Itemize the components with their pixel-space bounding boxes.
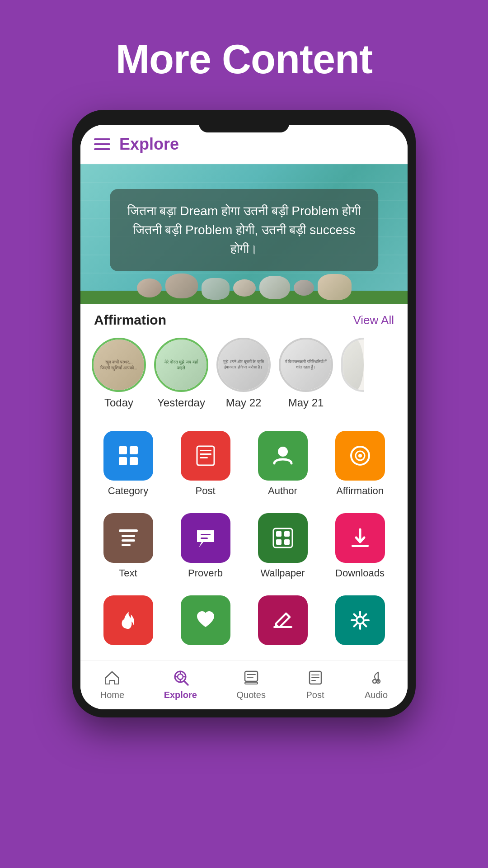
explore-nav-label: Explore	[164, 690, 197, 700]
wallpaper-icon	[258, 513, 308, 563]
text-label: Text	[119, 567, 137, 579]
category-label: Category	[108, 485, 148, 497]
affirmation-label-may21: May 21	[288, 396, 324, 409]
text-icon	[103, 513, 153, 563]
affirmation-header: Affirmation View All	[80, 304, 408, 333]
view-all-button[interactable]: View All	[353, 313, 394, 327]
bottom-nav: Home Explore	[80, 660, 408, 709]
phone-notch-area	[80, 118, 408, 125]
post-nav-icon	[305, 668, 325, 688]
affirmation-list: खुद कभी पत्थर...जिंदगी खुशियाँ आपको... T…	[80, 333, 408, 418]
post-nav-label: Post	[306, 690, 324, 700]
quotes-nav-label: Quotes	[237, 690, 266, 700]
svg-rect-4	[197, 446, 214, 465]
menu-item-downloads[interactable]: Downloads	[321, 505, 399, 587]
affirmation-circle-may-old	[341, 338, 364, 392]
fire-icon	[103, 595, 153, 645]
svg-rect-7	[200, 457, 208, 458]
app-header-title: Explore	[119, 135, 179, 154]
affirmation-item-today[interactable]: खुद कभी पत्थर...जिंदगी खुशियाँ आपको... T…	[92, 338, 146, 409]
nav-item-post[interactable]: Post	[305, 668, 325, 700]
stones-decoration	[80, 268, 408, 304]
svg-rect-1	[130, 446, 138, 454]
svg-rect-33	[245, 671, 258, 681]
menu-item-author[interactable]: Author	[244, 423, 321, 505]
svg-rect-3	[130, 457, 138, 465]
edit-icon	[258, 595, 308, 645]
affirmation-label-may22: May 22	[226, 396, 262, 409]
category-icon	[103, 431, 153, 481]
nav-item-explore[interactable]: Explore	[164, 668, 197, 700]
svg-rect-34	[245, 682, 258, 684]
svg-rect-19	[276, 531, 282, 537]
page-title: More Content	[116, 36, 372, 83]
menu-item-wallpaper[interactable]: Wallpaper	[244, 505, 321, 587]
menu-item-category[interactable]: Category	[89, 423, 167, 505]
svg-rect-21	[276, 539, 282, 545]
menu-item-settings[interactable]	[321, 587, 399, 653]
phone-notch	[199, 118, 289, 132]
nav-item-quotes[interactable]: Quotes	[237, 668, 266, 700]
menu-item-edit[interactable]	[244, 587, 321, 653]
affirmation-circle-may22: मुझे अपने और दूसरों के प्रति ईमानदार होन…	[216, 338, 271, 392]
phone-mockup: Explore जितना बड़ा Dream होगा उतनी बड़ी …	[72, 110, 416, 717]
audio-nav-icon	[366, 668, 386, 688]
downloads-label: Downloads	[335, 567, 385, 579]
post-label: Post	[195, 485, 215, 497]
home-nav-label: Home	[100, 690, 124, 700]
post-icon	[181, 431, 230, 481]
heart-icon	[181, 595, 230, 645]
phone-frame: Explore जितना बड़ा Dream होगा उतनी बड़ी …	[72, 110, 416, 717]
menu-item-post[interactable]: Post	[167, 423, 244, 505]
menu-item-proverb[interactable]: Proverb	[167, 505, 244, 587]
proverb-icon	[181, 513, 230, 563]
menu-item-text[interactable]: Text	[89, 505, 167, 587]
svg-rect-15	[122, 544, 131, 546]
menu-item-heart[interactable]	[167, 587, 244, 653]
svg-point-8	[278, 447, 288, 457]
quotes-nav-icon	[241, 668, 261, 688]
banner-quote-box: जितना बड़ा Dream होगा उतनी बड़ी Problem …	[110, 189, 378, 271]
banner-background: जितना बड़ा Dream होगा उतनी बड़ी Problem …	[80, 164, 408, 304]
wallpaper-label: Wallpaper	[260, 567, 305, 579]
author-label: Author	[268, 485, 297, 497]
svg-rect-17	[201, 538, 208, 539]
menu-item-fire[interactable]	[89, 587, 167, 653]
settings-icon	[335, 595, 385, 645]
svg-rect-16	[201, 534, 211, 535]
svg-rect-23	[352, 545, 369, 547]
hamburger-menu[interactable]	[94, 138, 110, 150]
affirmation-label-yesterday: Yesterday	[157, 396, 205, 409]
author-icon	[258, 431, 308, 481]
affirmation-circle-yesterday: मेरे दोस्त मुझे जब बहाँ कहते	[154, 338, 208, 392]
svg-rect-2	[119, 457, 127, 465]
downloads-icon	[335, 513, 385, 563]
svg-rect-6	[200, 453, 211, 455]
banner-quote-text: जितना बड़ा Dream होगा उतनी बड़ी Problem …	[126, 202, 362, 259]
svg-point-11	[358, 454, 362, 458]
nav-item-audio[interactable]: Audio	[365, 668, 388, 700]
svg-rect-5	[200, 450, 211, 451]
svg-line-27	[184, 681, 188, 685]
affirmation-item-may-old[interactable]	[341, 338, 364, 409]
banner: जितना बड़ा Dream होगा उतनी बड़ी Problem …	[80, 164, 408, 304]
menu-item-affirmation[interactable]: Affirmation	[321, 423, 399, 505]
svg-rect-0	[119, 446, 127, 454]
menu-grid: Category Post	[80, 418, 408, 660]
nav-item-home[interactable]: Home	[100, 668, 124, 700]
svg-point-28	[178, 674, 183, 679]
svg-rect-18	[273, 528, 292, 547]
proverb-label: Proverb	[188, 567, 223, 579]
svg-rect-12	[119, 529, 138, 532]
svg-rect-22	[284, 539, 290, 545]
affirmation-item-may22[interactable]: मुझे अपने और दूसरों के प्रति ईमानदार होन…	[216, 338, 271, 409]
home-nav-icon	[102, 668, 122, 688]
svg-rect-14	[122, 539, 135, 542]
explore-nav-icon	[170, 668, 190, 688]
affirmation-item-may21[interactable]: मैं विभाजनकारी परिस्थितियों में शांत रहत…	[279, 338, 333, 409]
affirmation-icon	[335, 431, 385, 481]
affirmation-circle-today: खुद कभी पत्थर...जिंदगी खुशियाँ आपको...	[92, 338, 146, 392]
affirmation-item-yesterday[interactable]: मेरे दोस्त मुझे जब बहाँ कहते Yesterday	[154, 338, 208, 409]
affirmation-title: Affirmation	[94, 312, 166, 328]
audio-nav-label: Audio	[365, 690, 388, 700]
